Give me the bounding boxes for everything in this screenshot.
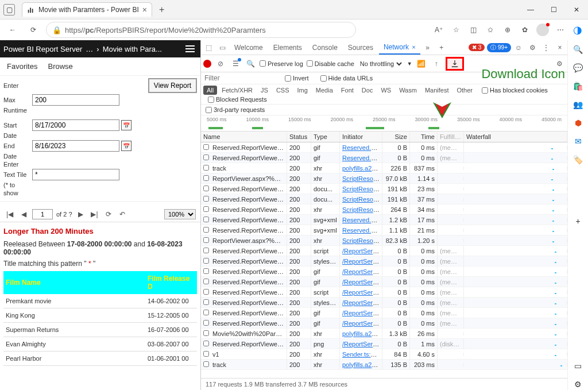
network-timeline[interactable]: 5000 ms10000 ms15000 ms20000 ms25000 ms3…: [201, 115, 567, 132]
settings-sidebar-icon[interactable]: ⚙: [572, 379, 584, 390]
close-button[interactable]: ✕: [565, 1, 588, 18]
close-icon[interactable]: ×: [412, 44, 415, 51]
table-row[interactable]: Pearl Harbor01-06-2001 00: [3, 352, 197, 366]
type-pill-fetchxhr[interactable]: Fetch/XHR: [218, 86, 256, 95]
more-tabs-icon[interactable]: »: [421, 41, 434, 54]
tag-icon[interactable]: 🏷️: [572, 154, 584, 165]
chevron-down-icon[interactable]: ▼: [407, 61, 412, 67]
network-row[interactable]: Reserved.ReportViewerWe... 200 script /R…: [201, 287, 567, 298]
preserve-log-checkbox[interactable]: Preserve log: [260, 60, 303, 67]
collapse-icon[interactable]: ▭: [572, 360, 584, 372]
start-date-input[interactable]: [32, 119, 119, 131]
network-filter-input[interactable]: [204, 74, 273, 82]
hide-data-urls-checkbox[interactable]: Hide data URLs: [320, 75, 373, 82]
table-row[interactable]: Premkant movie14-06-2002 00: [3, 294, 197, 308]
refresh-button[interactable]: ⟳: [25, 22, 41, 38]
col-fulfilled[interactable]: Fulfille...: [438, 132, 464, 142]
collections-icon[interactable]: ⊕: [502, 24, 513, 36]
network-rows[interactable]: Reserved.ReportViewerWe... 200 gif Reser…: [201, 142, 567, 378]
network-row[interactable]: Reserved.ReportViewerWe... 200 png /Repo…: [201, 339, 567, 349]
type-pill-media[interactable]: Media: [312, 86, 336, 95]
col-time[interactable]: Time: [410, 132, 438, 142]
network-row[interactable]: Movie%20with%20Paramte... 200 xhr polyfi…: [201, 329, 567, 339]
inspect-icon[interactable]: ⬚: [202, 41, 215, 54]
tab-welcome[interactable]: Welcome: [230, 41, 268, 54]
blocked-cookies-checkbox[interactable]: Has blocked cookies: [482, 87, 548, 94]
copilot-icon[interactable]: ◑: [572, 24, 583, 36]
error-badge[interactable]: ✖ 3: [469, 44, 485, 51]
network-row[interactable]: Reserved.ReportViewerWe... 200 docu... S…: [201, 194, 567, 204]
close-devtools-icon[interactable]: ×: [554, 41, 566, 54]
next-page-button[interactable]: ▶: [76, 209, 86, 219]
search-sidebar-icon[interactable]: 🔍: [572, 44, 584, 55]
view-report-button[interactable]: View Report: [148, 78, 197, 93]
network-row[interactable]: Reserved.ReportViewerWe... 200 docu... S…: [201, 184, 567, 194]
tab-network[interactable]: Network ×: [379, 41, 420, 55]
add-tab-icon[interactable]: +: [435, 41, 448, 54]
close-icon[interactable]: ×: [142, 5, 147, 14]
network-row[interactable]: Reserved.ReportViewerWe... 200 gif /Repo…: [201, 308, 567, 318]
hamburger-icon[interactable]: [183, 43, 197, 55]
refresh-report-button[interactable]: ⟳: [103, 209, 114, 219]
calendar-icon[interactable]: 📅: [121, 141, 131, 151]
browser-tab[interactable]: Movie with Paramters - Power BI ×: [22, 2, 152, 17]
network-row[interactable]: Reserved.ReportViewerWe... 200 svg+xml R…: [201, 215, 567, 225]
new-tab-button[interactable]: +: [154, 5, 169, 15]
read-aloud-icon[interactable]: A⁺: [433, 24, 444, 36]
last-page-button[interactable]: ▶|: [90, 209, 100, 219]
first-page-button[interactable]: |◀: [5, 209, 15, 219]
table-row[interactable]: Superman Returns16-07-2006 00: [3, 323, 197, 337]
favorites-icon[interactable]: ✩: [485, 24, 496, 36]
menu-icon[interactable]: ⋯: [555, 24, 566, 36]
network-row[interactable]: Reserved.ReportViewerWe... 200 script /R…: [201, 246, 567, 256]
blocked-requests-checkbox[interactable]: Blocked Requests: [208, 96, 267, 103]
network-row[interactable]: Reserved.ReportViewerWe... 200 stylesh..…: [201, 298, 567, 308]
network-row[interactable]: track 200 xhr polyfills.a21af... 135 B 2…: [201, 360, 567, 370]
invert-checkbox[interactable]: Invert: [285, 75, 309, 82]
type-pill-other[interactable]: Other: [453, 86, 476, 95]
download-button[interactable]: [446, 57, 464, 71]
col-initiator[interactable]: Initiator: [340, 132, 382, 142]
network-row[interactable]: Reserved.ReportViewerWe... 200 xhr Scrip…: [201, 204, 567, 215]
col-name[interactable]: Name: [201, 132, 287, 142]
wifi-icon[interactable]: 📶: [416, 58, 427, 69]
nav-browse[interactable]: Browse: [48, 62, 72, 71]
throttling-select[interactable]: No throttling: [358, 60, 404, 68]
people-icon[interactable]: 👥: [572, 99, 584, 110]
network-row[interactable]: Reserved.ReportViewerWe... 200 gif Reser…: [201, 153, 567, 163]
type-pill-ws[interactable]: WS: [377, 86, 394, 95]
network-row[interactable]: Reserved.ReportViewerWe... 200 gif /Repo…: [201, 277, 567, 287]
calendar-icon[interactable]: 📅: [121, 120, 131, 130]
back-report-button[interactable]: ↶: [117, 209, 127, 219]
col-size[interactable]: Size: [382, 132, 410, 142]
network-row[interactable]: Reserved.ReportViewerWe... 200 svg+xml R…: [201, 225, 567, 235]
end-date-input[interactable]: [32, 140, 119, 152]
type-pill-font[interactable]: Font: [338, 86, 357, 95]
app-icon[interactable]: ▢: [3, 4, 15, 16]
split-icon[interactable]: ◫: [467, 24, 479, 36]
type-pill-manifest[interactable]: Manifest: [421, 86, 452, 95]
star-icon[interactable]: ☆: [450, 24, 462, 36]
text-tile-input[interactable]: [32, 169, 119, 180]
col-status[interactable]: Status: [287, 132, 311, 142]
network-row[interactable]: Reserved.ReportViewerWe... 200 gif /Repo…: [201, 318, 567, 329]
type-pill-js[interactable]: JS: [257, 86, 272, 95]
disable-cache-checkbox[interactable]: Disable cache: [307, 60, 354, 67]
nav-favorites[interactable]: Favorites: [7, 62, 37, 71]
network-row[interactable]: Reserved.ReportViewerWe... 200 gif Reser…: [201, 142, 567, 153]
back-button[interactable]: ←: [5, 22, 21, 38]
profile-avatar[interactable]: [536, 24, 549, 36]
server-label[interactable]: Power BI Report Server: [3, 45, 82, 53]
gear-icon[interactable]: ⚙: [526, 41, 539, 54]
network-row[interactable]: Reserved.ReportViewerWe... 200 stylesh..…: [201, 256, 567, 267]
type-pill-css[interactable]: CSS: [273, 86, 293, 95]
col-type[interactable]: Type: [311, 132, 340, 142]
tab-elements[interactable]: Elements: [269, 41, 307, 54]
network-row[interactable]: v1 200 xhr Sender.ts:421 84 B 4.60 s: [201, 349, 567, 360]
network-row[interactable]: ReportViewer.aspx?%2fMo... 200 xhr Scrip…: [201, 173, 567, 184]
tab-console[interactable]: Console: [308, 41, 342, 54]
clear-icon[interactable]: ⊘: [215, 58, 226, 69]
extensions-icon[interactable]: ✿: [519, 24, 531, 36]
chat-icon[interactable]: 💬: [572, 62, 584, 74]
url-input[interactable]: 🔒 https//pc/ReportsPBIRS/report/Movie%20…: [46, 22, 356, 38]
